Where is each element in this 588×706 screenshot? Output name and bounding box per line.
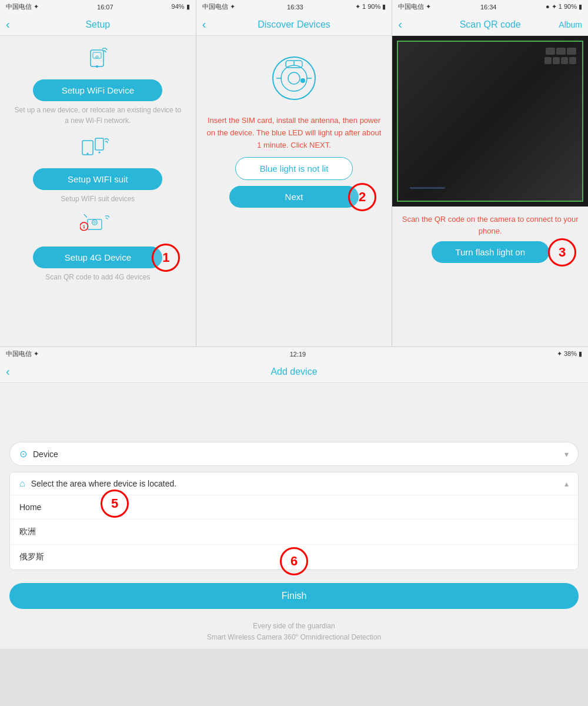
camera-feed bbox=[398, 42, 582, 201]
screen1-content: Setup WiFi Device Set up a new device, o… bbox=[0, 36, 196, 347]
area-dropdown: ⌂ Select the area where device is locate… bbox=[9, 472, 579, 570]
add-device-content: ⊙ Device ▾ ⌂ Select the area where devic… bbox=[0, 383, 588, 609]
screen2-content: Insert the SIM card, install the antenna… bbox=[196, 36, 392, 347]
finish-button[interactable]: Finish bbox=[9, 583, 579, 609]
area-header[interactable]: ⌂ Select the area where device is locate… bbox=[10, 472, 578, 495]
bottom-row: 中国电信 ✦ 12:19 ✦ 38% ▮ ‹ Add device ⊙ Devi… bbox=[0, 347, 588, 649]
device-dropdown-arrow: ▾ bbox=[564, 449, 569, 459]
circle-3: 3 bbox=[548, 238, 576, 267]
status-left-4: 中国电信 ✦ bbox=[6, 349, 39, 358]
svg-point-9 bbox=[92, 220, 98, 225]
time-4: 12:19 bbox=[290, 351, 306, 358]
svg-point-1 bbox=[96, 65, 98, 68]
status-bar-4: 中国电信 ✦ 12:19 ✦ 38% ▮ bbox=[0, 347, 588, 361]
back-button-4[interactable]: ‹ bbox=[6, 365, 10, 378]
time-1: 16:07 bbox=[97, 4, 113, 11]
nav-bar-2: ‹ Discover Devices bbox=[196, 14, 392, 36]
area-item-russia[interactable]: 俄罗斯 bbox=[10, 545, 578, 570]
nav-title-2: Discover Devices bbox=[258, 19, 330, 30]
status-left-2: 中国电信 ✦ bbox=[202, 2, 235, 11]
area-dropdown-arrow: ▴ bbox=[564, 479, 569, 488]
screen-reflection bbox=[410, 187, 445, 189]
status-bar-3: 中国电信 ✦ 16:34 ● ✦ 1 90% ▮ bbox=[392, 0, 588, 14]
svg-rect-4 bbox=[82, 141, 93, 155]
qr-instruction-text: Scan the QR code on the camera to connec… bbox=[392, 207, 588, 241]
instruction-text: Insert the SIM card, install the antenna… bbox=[206, 115, 383, 151]
setup-4g-desc: Scan QR code to add 4G devices bbox=[45, 272, 150, 282]
wifi-suit-icon bbox=[80, 133, 115, 162]
svg-point-7 bbox=[99, 152, 101, 154]
status-bar-1: 中国电信 ✦ 16:07 94% ▮ bbox=[0, 0, 196, 14]
camera-device-icon bbox=[265, 48, 323, 106]
status-right-2: ✦ 1 90% ▮ bbox=[355, 3, 386, 11]
back-button-3[interactable]: ‹ bbox=[398, 18, 402, 31]
top-spacer bbox=[9, 395, 579, 442]
setup-wifi-suit-button[interactable]: Setup WIFI suit bbox=[33, 168, 162, 190]
screen3-content: Scan the QR code on the camera to connec… bbox=[392, 36, 588, 347]
svg-rect-2 bbox=[93, 52, 101, 58]
setup-suit-desc: Setup WIFI suit devices bbox=[61, 194, 135, 204]
keyboard-sim bbox=[546, 48, 576, 55]
status-left-3: 中国电信 ✦ bbox=[398, 2, 431, 11]
setup-wifi-device-button[interactable]: Setup WiFi Device bbox=[33, 79, 162, 101]
footer-area: Every side of the guardian Smart Wireles… bbox=[0, 609, 588, 649]
nav-title-3: Scan QR code bbox=[460, 19, 521, 30]
setup-4g-device-button[interactable]: Setup 4G Device bbox=[33, 247, 162, 268]
screen1-setup: 中国电信 ✦ 16:07 94% ▮ ‹ Setup Setup WiFi De… bbox=[0, 0, 196, 347]
svg-text:1: 1 bbox=[83, 225, 85, 229]
device-dropdown-icon: ⊙ bbox=[19, 448, 27, 459]
flashlight-button[interactable]: Turn flash light on bbox=[432, 241, 549, 263]
blue-light-button[interactable]: Blue light is not lit bbox=[235, 157, 353, 180]
footer-line2: Smart Wireless Camera 360° Omnidirection… bbox=[6, 632, 582, 643]
album-link[interactable]: Album bbox=[559, 20, 582, 29]
area-icon: ⌂ bbox=[19, 478, 25, 489]
status-left-1: 中国电信 ✦ bbox=[6, 2, 39, 11]
svg-line-11 bbox=[84, 214, 87, 217]
svg-point-3 bbox=[96, 56, 98, 58]
area-item-europe[interactable]: 欧洲 bbox=[10, 519, 578, 545]
nav-title-4: Add device bbox=[270, 367, 317, 377]
setup-wifi-desc: Set up a new device, or relocate an exis… bbox=[12, 105, 184, 126]
status-right-4: ✦ 38% ▮ bbox=[557, 350, 582, 358]
status-bar-2: 中国电信 ✦ 16:33 ✦ 1 90% ▮ bbox=[196, 0, 392, 14]
keyboard-row2 bbox=[544, 57, 576, 64]
svg-point-16 bbox=[288, 72, 300, 84]
footer-line1: Every side of the guardian bbox=[6, 621, 582, 632]
screen2-discover: 中国电信 ✦ 16:33 ✦ 1 90% ▮ ‹ Discover Device… bbox=[196, 0, 393, 347]
nav-bar-4: ‹ Add device bbox=[0, 361, 588, 383]
screen3-qr: 中国电信 ✦ 16:34 ● ✦ 1 90% ▮ ‹ Scan QR code … bbox=[392, 0, 588, 347]
svg-point-18 bbox=[300, 78, 305, 83]
device-dropdown-label: Device bbox=[33, 449, 564, 459]
time-3: 16:34 bbox=[480, 4, 497, 11]
camera-viewfinder bbox=[392, 36, 588, 207]
area-label: Select the area where device is located. bbox=[31, 479, 564, 488]
nav-bar-3: ‹ Scan QR code Album bbox=[392, 14, 588, 36]
svg-point-5 bbox=[87, 153, 89, 155]
area-item-home[interactable]: Home bbox=[10, 495, 578, 519]
back-button-1[interactable]: ‹ bbox=[6, 18, 10, 31]
status-right-3: ● ✦ 1 90% ▮ bbox=[546, 3, 582, 11]
svg-rect-6 bbox=[95, 138, 103, 150]
svg-point-15 bbox=[281, 65, 307, 91]
svg-rect-8 bbox=[88, 219, 102, 229]
device-dropdown[interactable]: ⊙ Device ▾ bbox=[9, 442, 579, 466]
area-items-list: Home 欧洲 俄罗斯 bbox=[10, 495, 578, 570]
viewfinder-border bbox=[397, 41, 583, 202]
4g-device-icon: 1 bbox=[80, 211, 115, 241]
time-2: 16:33 bbox=[287, 4, 303, 11]
svg-point-10 bbox=[93, 221, 95, 223]
wifi-device-icon bbox=[80, 44, 115, 74]
back-button-2[interactable]: ‹ bbox=[202, 18, 206, 31]
status-right-1: 94% ▮ bbox=[172, 3, 190, 11]
next-button[interactable]: Next bbox=[229, 186, 359, 208]
nav-title-1: Setup bbox=[85, 19, 110, 30]
nav-bar-1: ‹ Setup bbox=[0, 14, 196, 36]
